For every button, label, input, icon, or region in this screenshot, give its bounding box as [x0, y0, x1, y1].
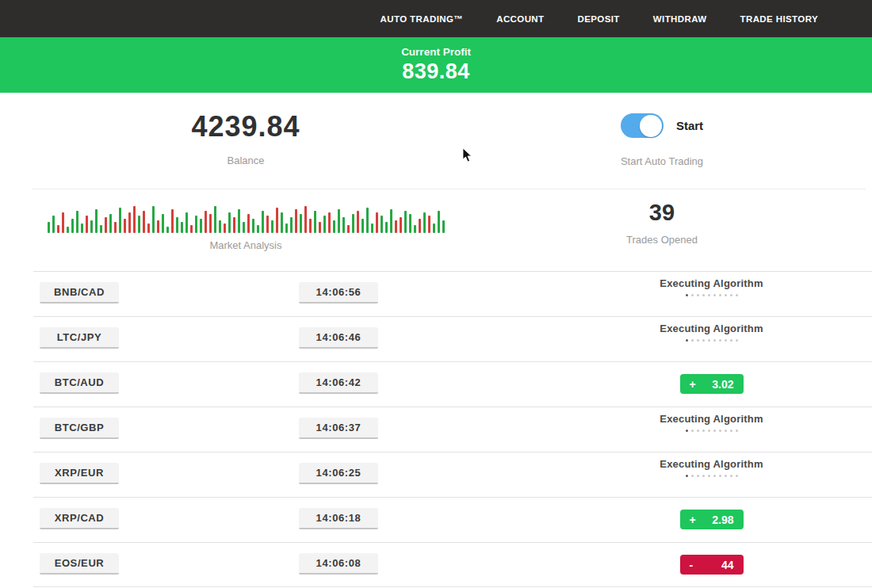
- candle-bar: [228, 212, 231, 233]
- candle-bar: [342, 217, 345, 233]
- candle-bar: [309, 219, 312, 233]
- time-badge: 14:06:08: [299, 553, 378, 575]
- progress-dot: [691, 339, 694, 342]
- candle-bar: [390, 209, 392, 233]
- nav-item-withdraw[interactable]: WITHDRAW: [653, 14, 707, 24]
- candle-bar: [285, 223, 288, 233]
- progress-dot: [686, 475, 688, 477]
- candle-bar: [114, 222, 117, 233]
- candle-bar: [181, 222, 183, 233]
- candle-bar: [381, 216, 383, 233]
- table-row: EOS/EUR 14:06:08 -44: [0, 542, 872, 587]
- status-cell: +2.98: [602, 503, 820, 529]
- candle-bar: [328, 212, 331, 233]
- nav-item-account[interactable]: ACCOUNT: [496, 14, 544, 24]
- trades-table: BNB/CAD 14:06:56 Executing Algorithm LTC…: [0, 271, 872, 587]
- candle-bar: [166, 227, 169, 233]
- pair-badge: EOS/EUR: [40, 553, 119, 575]
- progress-dot: [719, 430, 721, 432]
- candle-bar: [71, 219, 74, 233]
- status-cell: Executing Algorithm: [602, 277, 820, 296]
- candle-bar: [357, 211, 359, 233]
- auto-trading-toggle[interactable]: [621, 113, 664, 138]
- candle-bar: [262, 211, 264, 233]
- candle-bar: [400, 217, 402, 233]
- progress-dot: [686, 339, 688, 342]
- progress-dot: [713, 294, 716, 296]
- table-row: BTC/AUD 14:06:42 +3.02: [0, 361, 872, 407]
- executing-algorithm-label: Executing Algorithm: [602, 323, 820, 334]
- status-cell: Executing Algorithm: [602, 413, 820, 432]
- progress-dot: [736, 475, 738, 477]
- candle-bar: [119, 208, 121, 233]
- time-badge: 14:06:56: [299, 282, 378, 304]
- candle-bar: [185, 212, 188, 233]
- auto-trading-label: Start Auto Trading: [555, 155, 769, 167]
- progress-dot: [725, 339, 727, 342]
- nav-item-auto-trading[interactable]: AUTO TRADING™: [381, 14, 464, 24]
- candle-bar: [304, 206, 307, 233]
- candle-bar: [385, 222, 388, 233]
- candle-bar: [433, 223, 435, 233]
- candle-bar: [238, 209, 240, 233]
- candle-bar: [200, 219, 202, 233]
- candle-bar: [124, 219, 126, 233]
- progress-dot: [719, 475, 721, 477]
- candle-bar: [57, 225, 59, 233]
- table-row: XRP/CAD 14:06:18 +2.98: [0, 497, 872, 542]
- auto-trading-app: AUTO TRADING™ACCOUNTDEPOSITWITHDRAWTRADE…: [0, 0, 872, 588]
- progress-dot: [702, 294, 705, 296]
- time-badge: 14:06:37: [299, 418, 378, 439]
- status-cell: +3.02: [602, 368, 820, 394]
- candle-bar: [271, 220, 273, 233]
- candle-bar: [105, 217, 107, 233]
- progress-dots: [602, 430, 820, 432]
- profit-badge: +3.02: [680, 374, 744, 394]
- candle-bar: [338, 209, 340, 233]
- table-row: LTC/JPY 14:06:46 Executing Algorithm: [0, 316, 872, 361]
- candle-bar: [419, 219, 421, 233]
- trades-opened-label: Trades Opened: [555, 234, 769, 246]
- progress-dot: [686, 294, 688, 296]
- market-analysis-label: Market Analysis: [32, 239, 460, 251]
- progress-dot: [725, 294, 727, 296]
- current-profit-value: 839.84: [0, 59, 872, 84]
- progress-dot: [736, 430, 738, 432]
- result-value: 44: [721, 559, 734, 571]
- candle-bar: [176, 217, 178, 233]
- candle-bar: [366, 208, 369, 233]
- nav-item-trade-history[interactable]: TRADE HISTORY: [740, 14, 819, 24]
- candle-bar: [205, 211, 207, 233]
- candle-bar: [371, 223, 373, 233]
- toggle-knob: [640, 115, 662, 137]
- progress-dot: [697, 475, 699, 477]
- balance-label: Balance: [32, 155, 460, 166]
- candle-bar: [143, 211, 145, 233]
- candle-bar: [157, 220, 159, 233]
- candle-bar: [76, 211, 78, 233]
- executing-algorithm-label: Executing Algorithm: [602, 458, 820, 470]
- candle-bar: [86, 216, 88, 233]
- progress-dot: [708, 475, 710, 477]
- nav-item-deposit[interactable]: DEPOSIT: [578, 14, 620, 24]
- candle-bar: [247, 214, 250, 233]
- progress-dot: [686, 430, 688, 432]
- candle-bar: [257, 225, 259, 233]
- candle-bar: [62, 212, 64, 233]
- candle-bar: [67, 227, 69, 233]
- status-cell: Executing Algorithm: [602, 323, 820, 342]
- candle-bar: [442, 220, 445, 233]
- progress-dot: [708, 430, 710, 432]
- balance-section: 4239.84 Balance Start Start Auto Trading: [0, 93, 872, 189]
- market-section: Market Analysis 39 Trades Opened: [0, 189, 872, 271]
- candle-bar: [423, 212, 426, 233]
- time-badge: 14:06:42: [299, 372, 378, 394]
- result-value: 3.02: [712, 378, 733, 391]
- progress-dot: [708, 339, 710, 342]
- candle-bar: [214, 206, 216, 233]
- progress-dot: [702, 339, 705, 342]
- candle-bar: [266, 216, 269, 233]
- trades-opened-block: 39 Trades Opened: [555, 200, 769, 246]
- candle-bar: [128, 212, 131, 233]
- pair-badge: XRP/CAD: [40, 508, 119, 529]
